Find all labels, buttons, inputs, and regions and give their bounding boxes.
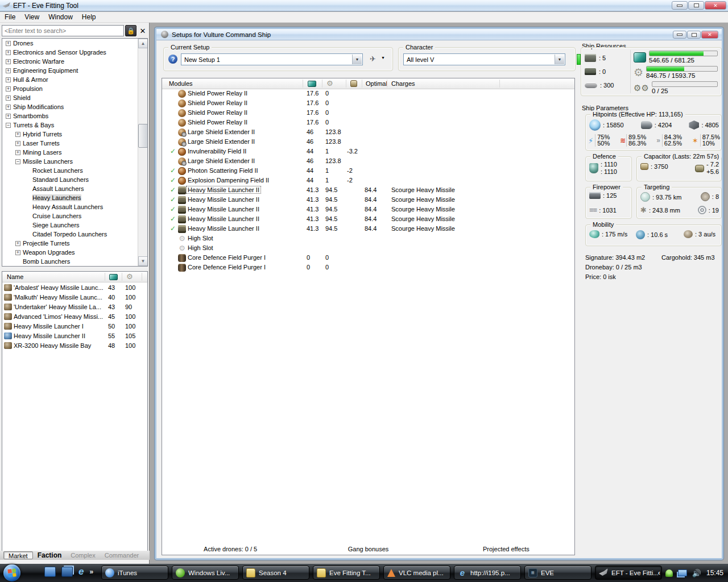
expand-icon[interactable]: + xyxy=(6,68,11,73)
taskbar-button-eve-fitting-t-[interactable]: Eve Fitting T... xyxy=(313,566,380,580)
chevron-down-icon[interactable]: ▼ xyxy=(352,55,362,64)
menu-help[interactable]: Help xyxy=(77,12,101,22)
tab-faction[interactable]: Faction xyxy=(33,551,67,559)
tree-item-missile-launchers[interactable]: −Missile Launchers xyxy=(2,157,147,166)
tree-item-smartbombs[interactable]: +Smartbombs xyxy=(2,111,147,120)
list-item[interactable]: 'Malkuth' Heavy Missile Launc...40100 xyxy=(2,292,147,302)
charges-column-header[interactable]: Charges xyxy=(391,80,415,87)
module-row[interactable]: ✓Invulnerability Field II441-3.2 xyxy=(162,147,574,157)
tree-scrollbar[interactable]: ▲ ▼ xyxy=(138,39,147,266)
module-row[interactable]: Shield Power Relay II17.60 xyxy=(162,89,574,99)
tab-commander[interactable]: Commander xyxy=(100,551,144,559)
tree-item-citadel-torpedo-launchers[interactable]: Citadel Torpedo Launchers xyxy=(2,230,147,239)
tree-item-propulsion[interactable]: +Propulsion xyxy=(2,84,147,93)
quicklaunch-expand-icon[interactable]: » xyxy=(89,568,93,576)
tree-item-cruise-launchers[interactable]: Cruise Launchers xyxy=(2,211,147,221)
expand-icon[interactable]: + xyxy=(6,114,11,119)
list-item[interactable]: Heavy Missile Launcher II55105 xyxy=(2,331,147,340)
tree-item-heavy-launchers[interactable]: Heavy Launchers xyxy=(2,193,147,202)
network-tray-icon[interactable] xyxy=(678,569,687,576)
module-row[interactable]: ✓Heavy Missile Launcher II41.394.584.4Sc… xyxy=(162,186,574,196)
tools-dropdown-icon[interactable]: ▼ xyxy=(381,56,385,60)
expand-icon[interactable]: + xyxy=(6,86,11,92)
modules-table-header[interactable]: Modules ⚙ Optimal Charges xyxy=(162,78,574,89)
search-input[interactable] xyxy=(2,25,124,36)
tree-item-turrets-bays[interactable]: −Turrets & Bays xyxy=(2,120,147,130)
child-maximize-button[interactable] xyxy=(687,31,701,39)
powergrid-column-icon[interactable]: ⚙ xyxy=(326,80,333,87)
expand-icon[interactable]: + xyxy=(6,95,11,101)
tree-item-hybrid-turrets[interactable]: +Hybrid Turrets xyxy=(2,130,147,139)
module-row[interactable]: ✓Photon Scattering Field II441-2 xyxy=(162,167,574,176)
tree-item-drones[interactable]: +Drones xyxy=(2,39,147,48)
list-item[interactable]: XR-3200 Heavy Missile Bay48100 xyxy=(2,340,147,350)
tree-item-bomb-launchers[interactable]: Bomb Launchers xyxy=(2,257,147,266)
module-row[interactable]: Large Shield Extender II46123.8 xyxy=(162,128,574,138)
character-select[interactable]: All level V ▼ xyxy=(403,53,565,65)
tree-item-laser-turrets[interactable]: +Laser Turrets xyxy=(2,139,147,148)
taskbar-button-eft-eve-fitti-[interactable]: EFT - Eve Fitti... xyxy=(595,566,662,580)
scroll-thumb[interactable] xyxy=(138,124,148,148)
module-row[interactable]: ✓Heavy Missile Launcher II41.394.584.4Sc… xyxy=(162,215,574,225)
expand-icon[interactable]: + xyxy=(15,150,20,155)
capacitor-column-icon[interactable] xyxy=(350,80,357,87)
taskbar-button-http-i195-p-[interactable]: ehttp://i195.p... xyxy=(454,566,521,580)
lock-icon[interactable]: 🔒 xyxy=(125,25,136,36)
tree-item-hull-armor[interactable]: +Hull & Armor xyxy=(2,75,147,84)
taskbar-button-windows-liv-[interactable]: Windows Liv... xyxy=(172,566,239,580)
volume-tray-icon[interactable]: 🔊 xyxy=(692,569,701,577)
expand-icon[interactable]: + xyxy=(6,105,11,110)
close-button[interactable]: ✕ xyxy=(705,1,726,10)
module-row[interactable]: Core Defence Field Purger I00 xyxy=(162,253,574,263)
expand-icon[interactable]: + xyxy=(15,132,20,137)
powergrid-column-icon[interactable]: ⚙ xyxy=(126,273,133,280)
scroll-up-icon[interactable]: ▲ xyxy=(138,39,148,48)
module-row[interactable]: Core Defence Field Purger I00 xyxy=(162,263,574,273)
menu-window[interactable]: Window xyxy=(44,12,77,22)
tree-item-electronics-and-sensor-upgrades[interactable]: +Electronics and Sensor Upgrades xyxy=(2,48,147,57)
collapse-icon[interactable]: − xyxy=(6,123,11,128)
list-item[interactable]: 'Undertaker' Heavy Missile La...4390 xyxy=(2,302,147,311)
child-close-button[interactable]: ✕ xyxy=(701,31,718,39)
taskbar-button-season-4[interactable]: Season 4 xyxy=(242,566,309,580)
gang-bonuses-status[interactable]: Gang bonuses xyxy=(299,546,437,555)
list-item[interactable]: Heavy Missile Launcher I50100 xyxy=(2,321,147,331)
expand-icon[interactable]: + xyxy=(6,50,11,55)
tree-item-electronic-warfare[interactable]: +Electronic Warfare xyxy=(2,57,147,66)
setup-select[interactable]: New Setup 1 ▼ xyxy=(181,53,363,65)
minimize-button[interactable] xyxy=(672,1,688,10)
expand-icon[interactable]: + xyxy=(15,250,20,255)
restore-button[interactable] xyxy=(688,1,704,10)
list-item[interactable]: 'Arbalest' Heavy Missile Launc...43100 xyxy=(2,282,147,292)
tree-item-ship-modifications[interactable]: +Ship Modifications xyxy=(2,102,147,111)
module-row[interactable]: Shield Power Relay II17.60 xyxy=(162,109,574,118)
module-row[interactable]: Large Shield Extender II46123.8 xyxy=(162,138,574,147)
active-drones-status[interactable]: Active drones: 0 / 5 xyxy=(162,546,299,555)
clear-search-icon[interactable]: ✕ xyxy=(138,25,148,36)
module-row[interactable]: ⚙High Slot xyxy=(162,244,574,253)
tree-item-standard-launchers[interactable]: Standard Launchers xyxy=(2,175,147,184)
window-switcher-icon[interactable] xyxy=(61,567,73,577)
show-desktop-icon[interactable] xyxy=(44,567,56,577)
name-column-header[interactable]: Name xyxy=(2,273,23,280)
tab-market[interactable]: Market xyxy=(3,551,33,559)
module-row[interactable]: ✓Heavy Missile Launcher II41.394.584.4Sc… xyxy=(162,205,574,215)
internet-explorer-icon[interactable]: e xyxy=(78,567,84,577)
clock[interactable]: 15:45 xyxy=(706,569,723,577)
expand-icon[interactable]: + xyxy=(15,141,20,146)
taskbar-button-vlc-media-pl-[interactable]: VLC media pl... xyxy=(383,566,450,580)
optimal-column-header[interactable]: Optimal xyxy=(366,80,387,87)
module-row[interactable]: Shield Power Relay II17.60 xyxy=(162,118,574,128)
module-row[interactable]: Shield Power Relay II17.60 xyxy=(162,99,574,109)
help-icon[interactable]: ? xyxy=(168,55,177,64)
projected-effects-status[interactable]: Projected effects xyxy=(437,546,575,555)
taskbar-button-eve[interactable]: ≡EVE xyxy=(524,566,592,580)
expand-icon[interactable]: + xyxy=(6,77,11,82)
setup-tools-icon[interactable]: ✈ xyxy=(370,55,376,63)
messenger-tray-icon[interactable] xyxy=(665,569,673,577)
module-row[interactable]: Large Shield Extender II46123.8 xyxy=(162,157,574,167)
module-row[interactable]: ✓Explosion Dampening Field II441-2 xyxy=(162,176,574,186)
expand-icon[interactable]: + xyxy=(15,241,20,246)
menu-view[interactable]: View xyxy=(20,12,44,22)
tree-item-projectile-turrets[interactable]: +Projectile Turrets xyxy=(2,239,147,248)
